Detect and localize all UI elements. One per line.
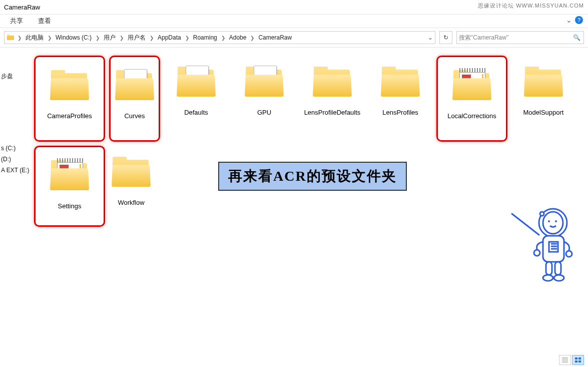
folder-icon [7,34,15,42]
folder-label: LocalCorrections [446,112,497,121]
title-bar: CameraRaw 思缘设计论坛 WWW.MISSYUAN.COM [0,0,588,15]
folder-label: Workflow [117,199,145,207]
folder-label: Settings [57,202,83,211]
svg-point-5 [548,220,550,222]
folder-label: Defaults [183,109,209,117]
sidebar-item[interactable]: A EXT (E:) [0,165,30,176]
svg-rect-22 [575,357,577,359]
status-bar [559,355,584,365]
svg-point-7 [540,212,544,216]
folder-label: LensProfiles [381,109,419,117]
ribbon-collapse-icon[interactable]: ⌄ [566,16,572,24]
folder-workflow[interactable]: Workflow [107,144,155,222]
breadcrumb-item[interactable]: Roaming [192,34,218,41]
astronaut-illustration [508,194,583,289]
svg-point-13 [534,250,540,256]
folder-gpu[interactable]: GPU [230,54,298,137]
search-icon[interactable]: 🔍 [573,34,580,41]
breadcrumb-item[interactable]: 此电脑 [25,34,45,42]
folder-label: ModelSupport [522,109,565,117]
folder-label: GPU [256,109,272,117]
svg-point-4 [543,212,563,234]
chevron-right-icon[interactable]: ❯ [249,35,255,41]
folder-icon [381,67,420,97]
chevron-right-icon[interactable]: ❯ [95,35,101,41]
ribbon-tab-share[interactable]: 共享 [10,17,23,26]
callout-box: 再来看ACR的预设文件夹 [218,162,407,191]
help-icon[interactable]: ? [575,16,583,24]
folder-icon [452,70,491,100]
chevron-right-icon[interactable]: ❯ [47,35,53,41]
svg-rect-23 [578,357,581,359]
chevron-right-icon[interactable]: ❯ [149,35,155,41]
folder-modelsupport[interactable]: ModelSupport [509,54,577,137]
search-input[interactable]: 搜索"CameraRaw" 🔍 [456,31,584,44]
folder-icon [245,67,284,97]
view-large-icons-button[interactable] [572,355,584,365]
folder-icon [112,157,151,187]
chevron-right-icon[interactable]: ❯ [17,35,23,41]
window-title: CameraRaw [4,4,40,11]
chevron-right-icon[interactable]: ❯ [184,35,190,41]
folder-icon [50,70,89,100]
svg-point-18 [554,275,564,281]
svg-rect-25 [578,360,581,362]
breadcrumb-item[interactable]: AppData [157,34,182,41]
svg-rect-16 [555,262,561,275]
folder-label: LensProfileDefaults [303,109,362,117]
address-dropdown-icon[interactable]: ⌄ [428,34,433,41]
svg-point-14 [566,251,572,257]
folder-lensprofiledefaults[interactable]: LensProfileDefaults [298,54,366,137]
folder-icon [50,160,89,190]
folder-localcorrections[interactable]: LocalCorrections [436,56,507,142]
chevron-right-icon[interactable]: ❯ [119,35,125,41]
nav-row: ❯ 此电脑 ❯ Windows (C:) ❯ 用户 ❯ 用户名 ❯ AppDat… [0,28,588,48]
folder-content-area: CameraProfiles CURVE Curves XMP Defaults… [30,48,588,353]
svg-rect-1 [7,35,10,36]
ribbon-row: 共享 查看 ⌄ ? [0,15,588,28]
svg-point-17 [543,275,553,281]
folder-defaults[interactable]: XMP Defaults [162,54,230,137]
sidebar-item[interactable]: (D:) [0,154,30,165]
svg-rect-0 [7,36,14,40]
refresh-button[interactable]: ↻ [439,31,452,44]
folder-icon [524,67,563,97]
svg-point-6 [555,220,557,222]
view-details-button[interactable] [559,355,571,365]
folder-lensprofiles[interactable]: LensProfiles [366,54,434,137]
breadcrumb-item[interactable]: Adobe [228,34,248,41]
breadcrumb-item[interactable]: CameraRaw [257,34,293,41]
folder-settings[interactable]: Settings [34,146,105,227]
sidebar: 步盘 s (C:) (D:) A EXT (E:) [0,48,30,353]
svg-line-2 [512,214,539,235]
svg-rect-24 [575,360,577,362]
folder-label: Curves [123,112,146,121]
folder-label: CameraProfiles [46,112,93,121]
sidebar-item[interactable]: 步盘 [0,70,30,83]
search-placeholder: 搜索"CameraRaw" [459,34,508,42]
folder-icon: CURVE [115,70,154,100]
watermark-text: 思缘设计论坛 WWW.MISSYUAN.COM [478,2,584,10]
folder-cameraprofiles[interactable]: CameraProfiles [34,56,105,142]
sidebar-item[interactable]: s (C:) [0,143,30,154]
ribbon-tab-view[interactable]: 查看 [38,17,51,26]
svg-rect-15 [546,262,552,275]
breadcrumb-item[interactable]: 用户 [103,34,117,42]
breadcrumb-item[interactable]: 用户名 [127,34,147,42]
folder-icon [313,67,352,97]
chevron-right-icon[interactable]: ❯ [220,35,226,41]
folder-icon: XMP [177,67,216,97]
breadcrumb-item[interactable]: Windows (C:) [55,34,93,41]
folder-curves[interactable]: CURVE Curves [109,56,160,142]
address-bar[interactable]: ❯ 此电脑 ❯ Windows (C:) ❯ 用户 ❯ 用户名 ❯ AppDat… [4,31,435,44]
